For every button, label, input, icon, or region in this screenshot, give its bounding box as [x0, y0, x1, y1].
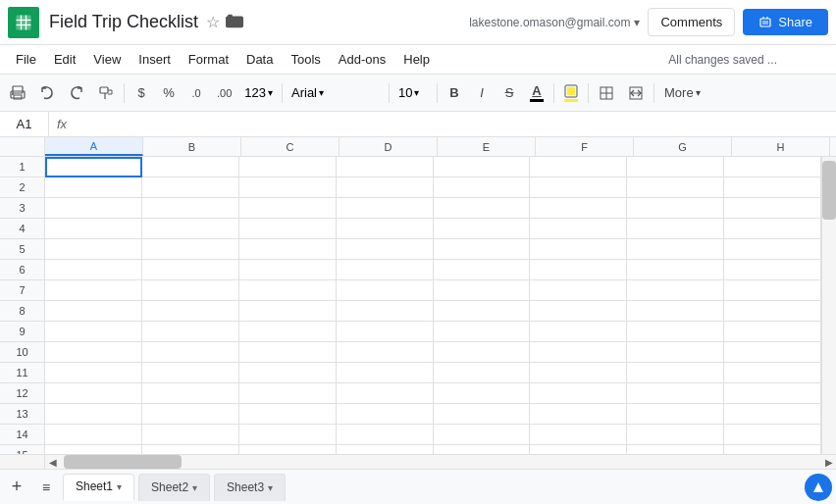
cell-c1[interactable] [239, 157, 337, 177]
col-header-h[interactable]: H [732, 137, 830, 156]
sheets-menu-button[interactable]: ≡ [33, 475, 59, 500]
star-icon[interactable]: ☆ [206, 13, 220, 31]
sheet-tab-sheet2[interactable]: Sheet2 ▾ [138, 474, 210, 501]
cell-g1[interactable] [627, 157, 724, 177]
sheet3-arrow[interactable]: ▾ [268, 482, 273, 493]
table-row [45, 198, 821, 219]
formula-input[interactable] [75, 117, 836, 131]
row-num-1: 1 [0, 157, 44, 177]
table-row [45, 383, 821, 404]
sep5 [553, 83, 554, 103]
cell-f1[interactable] [530, 157, 627, 177]
explore-button[interactable] [805, 474, 832, 501]
col-header-e[interactable]: E [438, 137, 536, 156]
row-num-3: 3 [0, 198, 44, 219]
col-header-a[interactable]: A [45, 137, 143, 156]
redo-button[interactable] [63, 79, 90, 107]
h-scroll-left-button[interactable]: ◀ [45, 455, 60, 469]
table-row [45, 445, 821, 454]
user-email[interactable]: lakestone.omason@gmail.com ▾ [469, 16, 640, 29]
formula-bar: A1 fx [0, 112, 836, 137]
sheet-nav-right [805, 474, 832, 501]
col-header-f[interactable]: F [536, 137, 634, 156]
sep4 [437, 83, 438, 103]
svg-point-10 [12, 93, 14, 95]
more-button[interactable]: More ▾ [658, 79, 706, 107]
menu-file[interactable]: File [8, 48, 44, 71]
sheet-tab-sheet3[interactable]: Sheet3 ▾ [214, 474, 286, 501]
number-format-dropdown[interactable]: 123 ▾ [239, 79, 278, 107]
menu-view[interactable]: View [85, 48, 129, 71]
font-size-dropdown[interactable]: 10 ▾ [393, 79, 433, 107]
sheet1-arrow[interactable]: ▾ [117, 481, 122, 492]
col-header-b[interactable]: B [143, 137, 241, 156]
folder-icon[interactable] [226, 13, 243, 32]
table-row [45, 342, 821, 363]
col-header-d[interactable]: D [340, 137, 438, 156]
currency-button[interactable]: $ [129, 79, 154, 107]
cell-a2[interactable] [45, 177, 142, 198]
menu-data[interactable]: Data [238, 48, 281, 71]
menu-addons[interactable]: Add-ons [331, 48, 393, 71]
cell-d1[interactable] [337, 157, 434, 177]
sep1 [124, 83, 125, 103]
add-sheet-button[interactable]: + [4, 475, 29, 500]
print-button[interactable] [4, 79, 31, 107]
cell-b1[interactable] [142, 157, 239, 177]
top-right: lakestone.omason@gmail.com ▾ Comments Sh… [469, 8, 828, 36]
cell-h1[interactable] [724, 157, 821, 177]
spreadsheet-container: A B C D E F G H 1 2 3 4 5 6 7 8 9 10 11 … [0, 137, 836, 469]
menu-format[interactable]: Format [181, 48, 236, 71]
vertical-scrollbar-thumb[interactable] [822, 161, 836, 220]
comments-button[interactable]: Comments [648, 8, 735, 36]
table-row [45, 301, 821, 322]
table-row [45, 260, 821, 280]
cell-reference-box[interactable]: A1 [0, 112, 49, 136]
text-color-button[interactable]: A [524, 79, 549, 107]
row-num-15: 15 [0, 445, 44, 454]
vertical-scrollbar[interactable] [821, 157, 836, 454]
table-row [45, 425, 821, 445]
col-header-g[interactable]: G [634, 137, 732, 156]
undo-button[interactable] [33, 79, 61, 107]
bold-button[interactable]: B [442, 79, 467, 107]
paint-format-button[interactable] [92, 79, 120, 107]
percent-button[interactable]: % [156, 79, 182, 107]
table-row [45, 177, 821, 198]
grid-area: 1 2 3 4 5 6 7 8 9 10 11 12 13 14 15 [0, 157, 836, 454]
italic-button[interactable]: I [469, 79, 495, 107]
fx-label: fx [49, 117, 75, 131]
sep7 [653, 83, 654, 103]
horizontal-scrollbar[interactable] [60, 455, 821, 469]
row-num-5: 5 [0, 239, 44, 260]
menu-insert[interactable]: Insert [131, 48, 179, 71]
decimal-increase-button[interactable]: .00 [211, 79, 237, 107]
horizontal-scrollbar-thumb[interactable] [64, 455, 182, 469]
doc-title[interactable]: Field Trip Checklist [49, 12, 198, 32]
decimal-decrease-button[interactable]: .0 [183, 79, 209, 107]
borders-button[interactable] [593, 79, 620, 107]
menu-tools[interactable]: Tools [283, 48, 328, 71]
h-scroll-corner [0, 455, 45, 469]
cell-e1[interactable] [434, 157, 531, 177]
table-row [45, 239, 821, 260]
merge-cells-button[interactable] [622, 79, 650, 107]
horizontal-scrollbar-row: ◀ ▶ [0, 454, 836, 469]
menu-help[interactable]: Help [395, 48, 438, 71]
svg-rect-14 [567, 87, 575, 95]
h-scroll-right-button[interactable]: ▶ [821, 455, 836, 469]
column-headers: A B C D E F G H [0, 137, 836, 157]
table-row [45, 404, 821, 425]
font-family-dropdown[interactable]: Arial ▾ [287, 79, 385, 107]
strikethrough-button[interactable]: S [496, 79, 522, 107]
row-num-7: 7 [0, 280, 44, 301]
toolbar: $ % .0 .00 123 ▾ Arial ▾ 10 ▾ B I S A Mo [0, 75, 836, 112]
sheet2-arrow[interactable]: ▾ [192, 482, 197, 493]
sheet-tab-sheet1[interactable]: Sheet1 ▾ [63, 474, 134, 501]
col-header-c[interactable]: C [241, 137, 340, 156]
highlight-color-button[interactable] [558, 79, 584, 107]
table-row [45, 280, 821, 301]
cell-a1[interactable] [45, 157, 142, 177]
menu-edit[interactable]: Edit [46, 48, 83, 71]
share-button[interactable]: Share [743, 9, 828, 35]
